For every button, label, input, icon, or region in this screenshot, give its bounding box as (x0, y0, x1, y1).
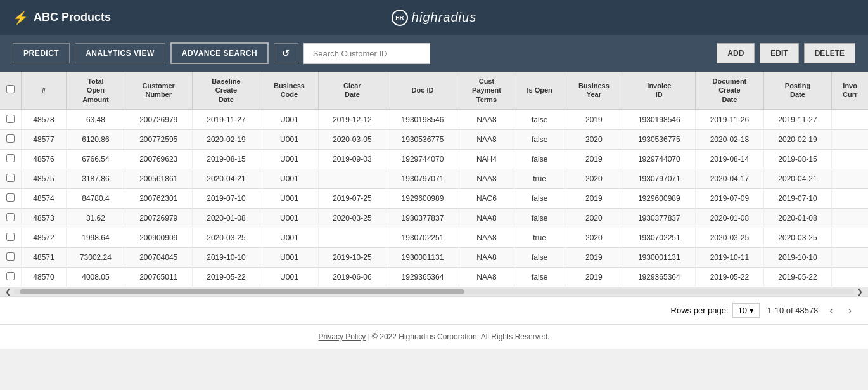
brand-name: ABC Products (34, 11, 111, 24)
cell-cust-num: 200726979 (125, 208, 192, 228)
data-table: # TotalOpenAmount CustomerNumber Baselin… (0, 72, 868, 287)
cell-total-open: 73002.24 (67, 247, 125, 267)
cell-doc-create: 2019-05-22 (696, 267, 764, 287)
cell-invo-curr (832, 169, 868, 188)
edit-button[interactable]: EDIT (760, 43, 798, 63)
rows-value: 10 (738, 306, 747, 315)
search-input[interactable] (303, 43, 430, 64)
predict-button[interactable]: PREDICT (13, 43, 70, 63)
cell-total-open: 3187.86 (67, 169, 125, 188)
row-checkbox-cell[interactable] (0, 208, 22, 228)
scrollbar-thumb[interactable] (20, 289, 464, 294)
cell-doc-create: 2020-04-17 (696, 169, 764, 188)
cell-cust-payment: NAA8 (459, 267, 514, 287)
cell-cust-num: 200704045 (125, 247, 192, 267)
row-checkbox[interactable] (6, 134, 15, 143)
row-checkbox-cell[interactable] (0, 228, 22, 247)
row-checkbox-cell[interactable] (0, 188, 22, 208)
hr-circle-icon: HR (392, 10, 408, 26)
row-checkbox-cell[interactable] (0, 267, 22, 287)
row-checkbox[interactable] (6, 193, 15, 202)
refresh-button[interactable]: ↺ (274, 43, 298, 63)
rows-per-page-label: Rows per page: 10 ▾ (671, 303, 760, 318)
next-page-button[interactable]: › (845, 304, 855, 318)
select-all-checkbox[interactable] (6, 85, 15, 93)
row-checkbox[interactable] (6, 272, 15, 280)
rows-label: Rows per page: (671, 306, 729, 315)
row-checkbox-cell[interactable] (0, 247, 22, 267)
horizontal-scrollbar[interactable]: ❮ ❯ (0, 287, 868, 296)
col-header-posting-date: PostingDate (763, 72, 832, 110)
cell-invo-curr (832, 228, 868, 247)
cell-doc-create: 2019-07-09 (696, 188, 764, 208)
cell-baseline: 2019-08-15 (192, 149, 260, 169)
cell-clear-date: 2019-06-06 (318, 267, 386, 287)
col-header-num: # (22, 72, 67, 110)
cell-business-code: U001 (260, 129, 318, 149)
cell-baseline: 2019-05-22 (192, 267, 260, 287)
cell-posting-date: 2019-05-22 (763, 267, 832, 287)
cell-business-year: 2019 (565, 247, 623, 267)
footer: Privacy Policy | © 2022 Highradius Corpo… (0, 324, 868, 349)
table-row: 48575 3187.86 200561861 2020-04-21 U001 … (0, 169, 868, 188)
cell-clear-date: 2019-12-12 (318, 110, 386, 130)
cell-business-year: 2019 (565, 149, 623, 169)
cell-cust-payment: NAC6 (459, 188, 514, 208)
add-button[interactable]: ADD (717, 43, 755, 63)
privacy-policy-link[interactable]: Privacy Policy (319, 332, 366, 341)
hr-brand-name: highradius (412, 10, 476, 25)
row-checkbox[interactable] (6, 154, 15, 162)
row-checkbox[interactable] (6, 233, 15, 241)
cell-cust-payment: NAA8 (459, 208, 514, 228)
cell-doc-create: 2019-10-11 (696, 247, 764, 267)
cell-invo-curr (832, 267, 868, 287)
row-checkbox[interactable] (6, 213, 15, 221)
cell-cust-num: 200765011 (125, 267, 192, 287)
row-checkbox-cell[interactable] (0, 129, 22, 149)
cell-baseline: 2020-03-25 (192, 228, 260, 247)
select-all-header[interactable] (0, 72, 22, 110)
scroll-right-arrow[interactable]: ❯ (854, 287, 865, 296)
data-table-wrapper: # TotalOpenAmount CustomerNumber Baselin… (0, 72, 868, 287)
row-checkbox[interactable] (6, 252, 15, 261)
scroll-left-arrow[interactable]: ❮ (3, 287, 14, 296)
rows-per-page-select[interactable]: 10 ▾ (732, 303, 760, 318)
row-checkbox[interactable] (6, 115, 15, 123)
cell-is-open: false (514, 247, 565, 267)
cell-posting-date: 2020-02-19 (763, 129, 832, 149)
cell-doc-id: 1929600989 (386, 188, 459, 208)
rows-chevron-icon: ▾ (750, 306, 754, 315)
analytics-view-button[interactable]: ANALYTICS VIEW (75, 43, 165, 63)
advance-search-button[interactable]: ADVANCE SEARCH (170, 42, 269, 64)
cell-business-code: U001 (260, 228, 318, 247)
row-checkbox-cell[interactable] (0, 110, 22, 130)
cell-business-year: 2020 (565, 169, 623, 188)
cell-clear-date (318, 228, 386, 247)
table-row: 48573 31.62 200726979 2020-01-08 U001 20… (0, 208, 868, 228)
cell-total-open: 1998.64 (67, 228, 125, 247)
cell-invo-curr (832, 149, 868, 169)
table-row: 48578 63.48 200726979 2019-11-27 U001 20… (0, 110, 868, 130)
cell-doc-id: 1930797071 (386, 169, 459, 188)
cell-posting-date: 2019-10-10 (763, 247, 832, 267)
cell-doc-create: 2019-08-14 (696, 149, 764, 169)
cell-num: 48578 (22, 110, 67, 130)
cell-total-open: 6120.86 (67, 129, 125, 149)
cell-invoice-id: 1930377837 (623, 208, 696, 228)
page-info: 1-10 of 48578 (767, 306, 818, 315)
cell-baseline: 2020-04-21 (192, 169, 260, 188)
cell-cust-payment: NAA8 (459, 169, 514, 188)
cell-invoice-id: 1930702251 (623, 228, 696, 247)
cell-invoice-id: 1930536775 (623, 129, 696, 149)
cell-invo-curr (832, 247, 868, 267)
row-checkbox-cell[interactable] (0, 169, 22, 188)
cell-total-open: 31.62 (67, 208, 125, 228)
table-row: 48572 1998.64 200900909 2020-03-25 U001 … (0, 228, 868, 247)
row-checkbox[interactable] (6, 174, 15, 182)
row-checkbox-cell[interactable] (0, 149, 22, 169)
delete-button[interactable]: DELETE (804, 43, 855, 63)
cell-num: 48570 (22, 267, 67, 287)
cell-posting-date: 2019-07-10 (763, 188, 832, 208)
prev-page-button[interactable]: ‹ (826, 304, 836, 318)
cell-is-open: false (514, 110, 565, 130)
